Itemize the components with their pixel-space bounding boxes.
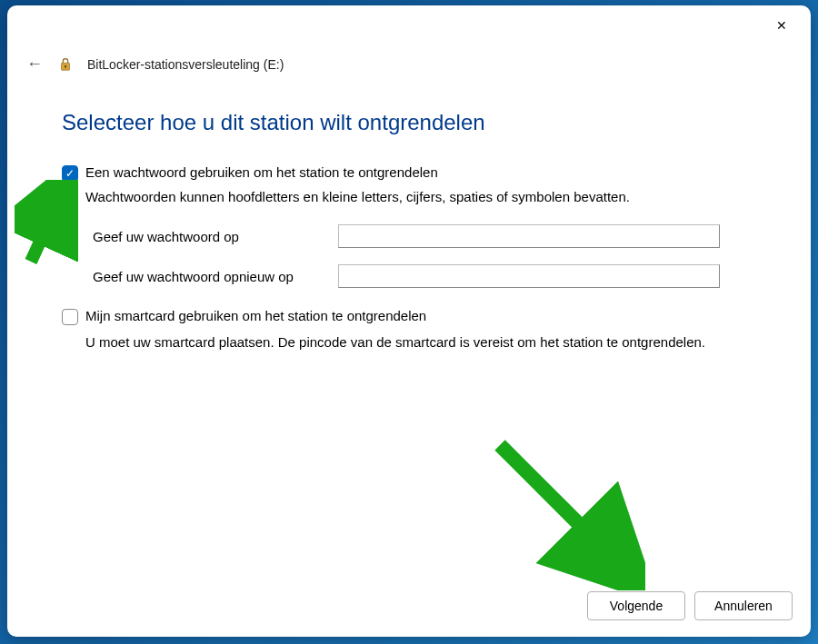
option-password-helper: Wachtwoorden kunnen hoofdletters en klei… xyxy=(85,189,756,204)
footer: Volgende Annuleren xyxy=(7,579,811,637)
option-password-label: Een wachtwoord gebruiken om het station … xyxy=(85,164,438,180)
breadcrumb: BitLocker-stationsversleuteling (E:) xyxy=(87,57,284,72)
svg-rect-2 xyxy=(65,65,65,67)
option-smartcard-label: Mijn smartcard gebruiken om het station … xyxy=(85,308,426,323)
check-icon: ✓ xyxy=(65,167,75,180)
breadcrumb-row: ← BitLocker-stationsversleuteling (E:) xyxy=(7,49,811,84)
option-password: ✓ Een wachtwoord gebruiken om het statio… xyxy=(62,164,756,288)
titlebar: ✕ xyxy=(7,5,811,49)
dialog-window: ✕ ← BitLocker-stationsversleuteling (E:)… xyxy=(7,5,811,637)
back-button[interactable]: ← xyxy=(25,54,44,74)
password-field-label: Geef uw wachtwoord op xyxy=(93,229,329,244)
password-confirm-label: Geef uw wachtwoord opnieuw op xyxy=(93,269,329,284)
close-button[interactable]: ✕ xyxy=(762,11,802,40)
close-icon: ✕ xyxy=(776,18,787,33)
option-smartcard: Mijn smartcard gebruiken om het station … xyxy=(62,308,756,353)
checkbox-smartcard[interactable] xyxy=(62,309,78,325)
page-title: Selecteer hoe u dit station wilt ontgren… xyxy=(62,110,756,135)
bitlocker-icon xyxy=(56,55,75,74)
content-area: Selecteer hoe u dit station wilt ontgren… xyxy=(7,84,811,579)
password-confirm-input[interactable] xyxy=(338,264,720,288)
password-input[interactable] xyxy=(338,224,720,248)
option-smartcard-helper: U moet uw smartcard plaatsen. De pincode… xyxy=(85,332,756,353)
cancel-button[interactable]: Annuleren xyxy=(694,591,793,620)
checkbox-password[interactable]: ✓ xyxy=(62,165,78,182)
next-button[interactable]: Volgende xyxy=(587,591,685,620)
